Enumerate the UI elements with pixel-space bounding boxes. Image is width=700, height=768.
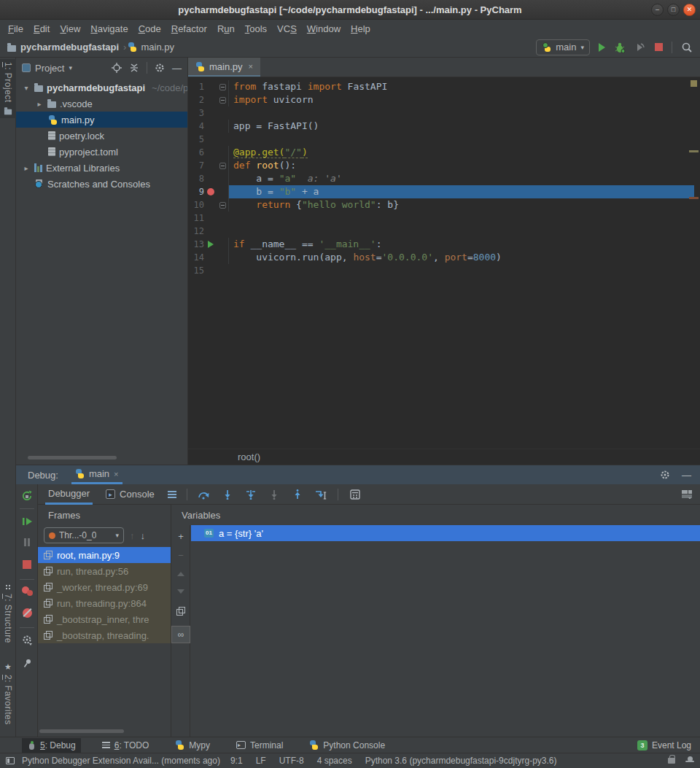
move-down-button[interactable]: [171, 589, 190, 594]
menu-item-view[interactable]: View: [55, 23, 85, 34]
frame-row[interactable]: _bootstrap, threading.: [38, 627, 171, 643]
file-encoding[interactable]: UTF-8: [279, 756, 304, 766]
tab-console[interactable]: ▸ Console: [103, 484, 158, 505]
code-line[interactable]: 4app = FastAPI(): [188, 120, 700, 133]
menu-item-vcs[interactable]: VCS: [272, 23, 302, 34]
code-line[interactable]: 12: [188, 225, 700, 238]
stop-button[interactable]: [655, 43, 663, 51]
variable-row[interactable]: 01 a = {str} 'a': [191, 525, 700, 541]
breakpoint-icon[interactable]: [207, 188, 214, 195]
breadcrumb-scope[interactable]: root(): [238, 451, 260, 462]
layout-options-icon[interactable]: [168, 491, 176, 498]
evaluate-expression-button[interactable]: [349, 489, 362, 500]
menu-item-tools[interactable]: Tools: [240, 23, 272, 34]
debugger-settings-button[interactable]: [16, 635, 38, 645]
next-frame-button[interactable]: ↓: [141, 530, 146, 541]
debug-button[interactable]: [614, 42, 626, 53]
close-session-icon[interactable]: ×: [114, 470, 118, 478]
tool-button-terminal[interactable]: ▸ Terminal: [231, 738, 288, 753]
chevron-collapsed-icon[interactable]: ▸: [22, 164, 31, 172]
code-line[interactable]: 2import uvicorn: [188, 93, 700, 106]
hide-panel-button[interactable]: —: [172, 63, 182, 74]
tree-item-vscode[interactable]: ▸ .vscode: [16, 96, 187, 112]
tree-item-poetry-lock[interactable]: poetry.lock: [16, 128, 187, 144]
toggle-toolwindows-icon[interactable]: [6, 757, 15, 764]
menu-item-run[interactable]: Run: [212, 23, 240, 34]
step-into-button[interactable]: [221, 489, 234, 500]
remove-watch-button[interactable]: −: [171, 550, 190, 561]
stop-button[interactable]: [16, 560, 38, 569]
close-button[interactable]: ✕: [683, 4, 696, 16]
add-watch-button[interactable]: +: [171, 531, 190, 542]
chevron-expanded-icon[interactable]: ▾: [22, 84, 31, 92]
horizontal-scrollbar[interactable]: [28, 456, 117, 459]
frame-row[interactable]: run, thread.py:56: [38, 563, 171, 579]
code-line[interactable]: 9 b = "b" + a: [188, 185, 700, 198]
code-line[interactable]: 6@app.get("/"): [188, 146, 700, 159]
fold-slot[interactable]: [217, 84, 228, 90]
tool-button-todo[interactable]: 6: TODO: [97, 738, 155, 753]
maximize-button[interactable]: □: [667, 4, 680, 16]
rerun-button[interactable]: [16, 490, 38, 502]
run-with-coverage-button[interactable]: [634, 42, 646, 53]
menu-item-code[interactable]: Code: [133, 23, 166, 34]
event-log-button[interactable]: 3 Event Log: [637, 740, 691, 750]
run-line-icon[interactable]: [208, 241, 214, 248]
pause-button[interactable]: [16, 538, 38, 546]
fold-slot[interactable]: [217, 97, 228, 104]
resume-button[interactable]: [16, 516, 38, 527]
menu-item-file[interactable]: File: [3, 23, 28, 34]
code-line[interactable]: 11: [188, 212, 700, 225]
step-out-button[interactable]: [291, 489, 304, 500]
debug-session-tab[interactable]: main ×: [71, 465, 122, 484]
force-step-into-button[interactable]: [268, 489, 281, 500]
code-line[interactable]: 1from fastapi import FastAPI: [188, 80, 700, 93]
breadcrumb-project[interactable]: pycharmdebugfastapi: [20, 42, 119, 53]
tree-item-pyproject-toml[interactable]: pyproject.toml: [16, 144, 187, 160]
pin-button[interactable]: [16, 658, 38, 668]
tool-button-mypy[interactable]: Mypy: [170, 738, 215, 753]
settings-gear-icon[interactable]: [155, 63, 165, 73]
tool-button-structure[interactable]: 7: Structure: [0, 581, 16, 646]
hide-panel-button[interactable]: —: [682, 470, 691, 481]
breakpoint-stripe-mark[interactable]: [689, 197, 699, 199]
code-line[interactable]: 13if __name__ == '__main__':: [188, 238, 700, 251]
previous-frame-button[interactable]: ↑: [130, 530, 135, 541]
locate-button[interactable]: [112, 63, 122, 73]
gutter-icon-slot[interactable]: [204, 188, 217, 195]
fold-icon[interactable]: [219, 163, 226, 169]
watch-return-values-toggle[interactable]: ∞: [171, 626, 190, 643]
lock-icon[interactable]: [668, 758, 675, 764]
step-into-my-code-button[interactable]: [244, 489, 257, 500]
fold-slot[interactable]: [217, 163, 228, 169]
thread-selector[interactable]: Thr...-0_0 ▾: [44, 527, 124, 543]
run-to-cursor-button[interactable]: [314, 489, 327, 500]
highlighting-level-icon[interactable]: [685, 756, 694, 765]
menu-item-navigate[interactable]: Navigate: [85, 23, 133, 34]
view-breakpoints-button[interactable]: [16, 586, 38, 596]
mute-breakpoints-button[interactable]: [16, 608, 38, 618]
restore-layout-button[interactable]: [681, 489, 693, 499]
minimize-button[interactable]: –: [651, 4, 664, 16]
code-line[interactable]: 5: [188, 133, 700, 146]
code-line[interactable]: 3: [188, 106, 700, 120]
fold-slot[interactable]: [217, 202, 228, 209]
menu-item-window[interactable]: Window: [302, 23, 346, 34]
indent-style[interactable]: 4 spaces: [317, 756, 352, 766]
project-view-select[interactable]: Project: [35, 63, 64, 74]
move-up-button[interactable]: [171, 572, 190, 576]
code-line[interactable]: 14 uvicorn.run(app, host='0.0.0.0', port…: [188, 251, 700, 264]
duplicate-watch-button[interactable]: [171, 607, 190, 616]
gutter-icon-slot[interactable]: [204, 241, 217, 248]
code-line[interactable]: 7def root():: [188, 159, 700, 172]
step-over-button[interactable]: [198, 489, 211, 500]
caret-position[interactable]: 9:1: [230, 756, 243, 766]
run-button[interactable]: [599, 43, 605, 52]
code-line[interactable]: 8 a = "a" a: 'a': [188, 172, 700, 185]
tool-button-project[interactable]: 1: Project: [0, 59, 16, 118]
fold-icon[interactable]: [219, 202, 226, 209]
run-config-select[interactable]: main ▾: [536, 39, 590, 55]
tree-item-external-libraries[interactable]: ▸ External Libraries: [16, 160, 187, 176]
search-everywhere-button[interactable]: [681, 42, 693, 53]
code-line[interactable]: 15: [188, 264, 700, 277]
